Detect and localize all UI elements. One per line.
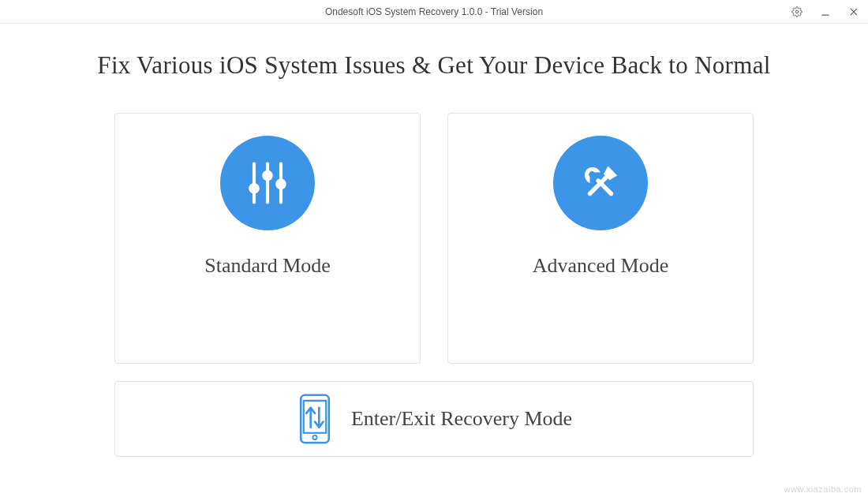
svg-point-14 — [312, 435, 316, 439]
page-headline: Fix Various iOS System Issues & Get Your… — [97, 51, 770, 80]
recovery-mode-button[interactable]: Enter/Exit Recovery Mode — [114, 381, 754, 457]
recovery-mode-label: Enter/Exit Recovery Mode — [351, 407, 572, 431]
svg-point-8 — [262, 170, 273, 181]
close-button[interactable] — [846, 4, 862, 20]
settings-button[interactable] — [789, 4, 805, 20]
gear-icon — [791, 6, 803, 17]
advanced-mode-icon-wrap — [553, 136, 648, 230]
advanced-mode-label: Advanced Mode — [533, 254, 669, 278]
sliders-icon — [241, 156, 294, 210]
watermark: www.xiazaiba.com — [784, 484, 862, 494]
close-icon — [848, 6, 859, 17]
window-title: Ondesoft iOS System Recovery 1.0.0 - Tri… — [325, 6, 543, 17]
minimize-icon — [820, 6, 831, 17]
svg-rect-13 — [304, 401, 326, 433]
minimize-button[interactable] — [817, 4, 833, 20]
mode-cards-row: Standard Mode Advanced Mode — [114, 113, 754, 364]
advanced-mode-card[interactable]: Advanced Mode — [447, 113, 754, 364]
standard-mode-label: Standard Mode — [204, 254, 331, 278]
svg-point-0 — [795, 10, 799, 13]
phone-arrows-icon — [296, 394, 334, 444]
tools-icon — [574, 156, 627, 210]
titlebar: Ondesoft iOS System Recovery 1.0.0 - Tri… — [0, 0, 868, 24]
titlebar-controls — [789, 0, 862, 24]
standard-mode-icon-wrap — [220, 136, 315, 230]
svg-point-7 — [249, 183, 260, 194]
standard-mode-card[interactable]: Standard Mode — [114, 113, 421, 364]
main-content: Fix Various iOS System Issues & Get Your… — [0, 24, 868, 480]
svg-point-9 — [275, 179, 286, 190]
